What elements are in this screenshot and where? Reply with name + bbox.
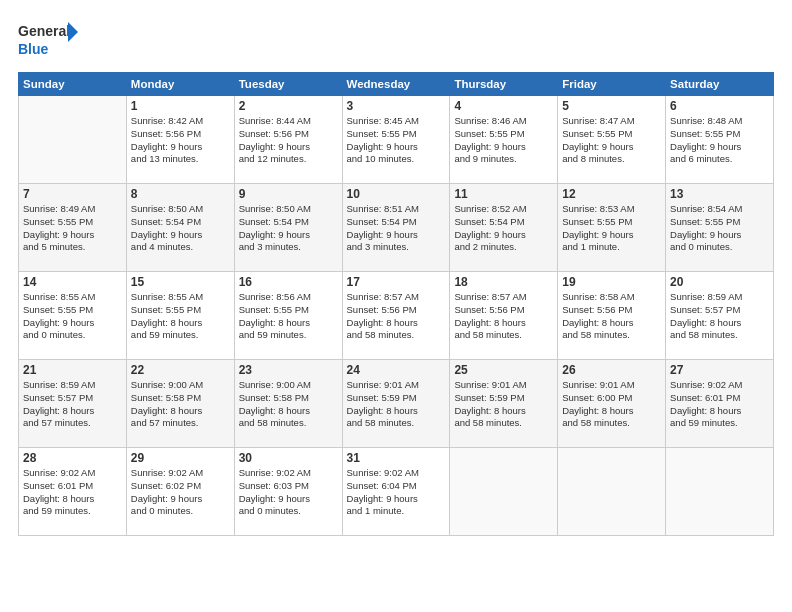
calendar-week-row: 7Sunrise: 8:49 AM Sunset: 5:55 PM Daylig…: [19, 184, 774, 272]
day-number: 3: [347, 99, 446, 113]
day-number: 16: [239, 275, 338, 289]
day-number: 11: [454, 187, 553, 201]
day-info: Sunrise: 9:00 AM Sunset: 5:58 PM Dayligh…: [239, 379, 338, 430]
day-number: 31: [347, 451, 446, 465]
day-info: Sunrise: 8:56 AM Sunset: 5:55 PM Dayligh…: [239, 291, 338, 342]
calendar-cell: 17Sunrise: 8:57 AM Sunset: 5:56 PM Dayli…: [342, 272, 450, 360]
svg-text:Blue: Blue: [18, 41, 49, 57]
weekday-header: Tuesday: [234, 73, 342, 96]
calendar-cell: 8Sunrise: 8:50 AM Sunset: 5:54 PM Daylig…: [126, 184, 234, 272]
day-number: 7: [23, 187, 122, 201]
weekday-header: Sunday: [19, 73, 127, 96]
calendar-cell: [450, 448, 558, 536]
calendar-cell: [19, 96, 127, 184]
day-info: Sunrise: 8:55 AM Sunset: 5:55 PM Dayligh…: [131, 291, 230, 342]
day-number: 10: [347, 187, 446, 201]
day-number: 2: [239, 99, 338, 113]
day-info: Sunrise: 8:47 AM Sunset: 5:55 PM Dayligh…: [562, 115, 661, 166]
calendar-cell: 14Sunrise: 8:55 AM Sunset: 5:55 PM Dayli…: [19, 272, 127, 360]
calendar-cell: 29Sunrise: 9:02 AM Sunset: 6:02 PM Dayli…: [126, 448, 234, 536]
day-number: 9: [239, 187, 338, 201]
day-number: 23: [239, 363, 338, 377]
day-info: Sunrise: 8:48 AM Sunset: 5:55 PM Dayligh…: [670, 115, 769, 166]
day-number: 1: [131, 99, 230, 113]
weekday-header: Friday: [558, 73, 666, 96]
day-info: Sunrise: 8:49 AM Sunset: 5:55 PM Dayligh…: [23, 203, 122, 254]
day-number: 13: [670, 187, 769, 201]
day-number: 28: [23, 451, 122, 465]
calendar-week-row: 21Sunrise: 8:59 AM Sunset: 5:57 PM Dayli…: [19, 360, 774, 448]
day-info: Sunrise: 8:45 AM Sunset: 5:55 PM Dayligh…: [347, 115, 446, 166]
day-number: 17: [347, 275, 446, 289]
day-info: Sunrise: 8:52 AM Sunset: 5:54 PM Dayligh…: [454, 203, 553, 254]
svg-text:General: General: [18, 23, 70, 39]
day-number: 30: [239, 451, 338, 465]
header: General Blue: [18, 18, 774, 62]
svg-marker-2: [68, 22, 78, 42]
calendar-cell: 19Sunrise: 8:58 AM Sunset: 5:56 PM Dayli…: [558, 272, 666, 360]
calendar-table: SundayMondayTuesdayWednesdayThursdayFrid…: [18, 72, 774, 536]
day-info: Sunrise: 9:01 AM Sunset: 5:59 PM Dayligh…: [454, 379, 553, 430]
weekday-header: Monday: [126, 73, 234, 96]
calendar-cell: 7Sunrise: 8:49 AM Sunset: 5:55 PM Daylig…: [19, 184, 127, 272]
day-number: 15: [131, 275, 230, 289]
day-info: Sunrise: 8:55 AM Sunset: 5:55 PM Dayligh…: [23, 291, 122, 342]
day-info: Sunrise: 9:02 AM Sunset: 6:01 PM Dayligh…: [23, 467, 122, 518]
day-info: Sunrise: 8:57 AM Sunset: 5:56 PM Dayligh…: [454, 291, 553, 342]
calendar-cell: 11Sunrise: 8:52 AM Sunset: 5:54 PM Dayli…: [450, 184, 558, 272]
calendar-cell: 31Sunrise: 9:02 AM Sunset: 6:04 PM Dayli…: [342, 448, 450, 536]
logo-svg: General Blue: [18, 18, 78, 62]
calendar-cell: 23Sunrise: 9:00 AM Sunset: 5:58 PM Dayli…: [234, 360, 342, 448]
calendar-cell: 16Sunrise: 8:56 AM Sunset: 5:55 PM Dayli…: [234, 272, 342, 360]
calendar-cell: 10Sunrise: 8:51 AM Sunset: 5:54 PM Dayli…: [342, 184, 450, 272]
day-info: Sunrise: 9:02 AM Sunset: 6:04 PM Dayligh…: [347, 467, 446, 518]
day-number: 26: [562, 363, 661, 377]
calendar-cell: 27Sunrise: 9:02 AM Sunset: 6:01 PM Dayli…: [666, 360, 774, 448]
calendar-cell: 1Sunrise: 8:42 AM Sunset: 5:56 PM Daylig…: [126, 96, 234, 184]
calendar-cell: 9Sunrise: 8:50 AM Sunset: 5:54 PM Daylig…: [234, 184, 342, 272]
calendar-cell: 5Sunrise: 8:47 AM Sunset: 5:55 PM Daylig…: [558, 96, 666, 184]
calendar-cell: 22Sunrise: 9:00 AM Sunset: 5:58 PM Dayli…: [126, 360, 234, 448]
calendar-cell: 15Sunrise: 8:55 AM Sunset: 5:55 PM Dayli…: [126, 272, 234, 360]
calendar-cell: 30Sunrise: 9:02 AM Sunset: 6:03 PM Dayli…: [234, 448, 342, 536]
day-info: Sunrise: 8:54 AM Sunset: 5:55 PM Dayligh…: [670, 203, 769, 254]
calendar-week-row: 14Sunrise: 8:55 AM Sunset: 5:55 PM Dayli…: [19, 272, 774, 360]
calendar-week-row: 28Sunrise: 9:02 AM Sunset: 6:01 PM Dayli…: [19, 448, 774, 536]
day-number: 6: [670, 99, 769, 113]
day-number: 8: [131, 187, 230, 201]
calendar-cell: 2Sunrise: 8:44 AM Sunset: 5:56 PM Daylig…: [234, 96, 342, 184]
calendar-cell: 18Sunrise: 8:57 AM Sunset: 5:56 PM Dayli…: [450, 272, 558, 360]
calendar-cell: [666, 448, 774, 536]
calendar-week-row: 1Sunrise: 8:42 AM Sunset: 5:56 PM Daylig…: [19, 96, 774, 184]
weekday-header: Saturday: [666, 73, 774, 96]
day-number: 4: [454, 99, 553, 113]
day-info: Sunrise: 8:57 AM Sunset: 5:56 PM Dayligh…: [347, 291, 446, 342]
day-info: Sunrise: 8:46 AM Sunset: 5:55 PM Dayligh…: [454, 115, 553, 166]
calendar-cell: 24Sunrise: 9:01 AM Sunset: 5:59 PM Dayli…: [342, 360, 450, 448]
day-info: Sunrise: 8:42 AM Sunset: 5:56 PM Dayligh…: [131, 115, 230, 166]
day-number: 12: [562, 187, 661, 201]
calendar-cell: 6Sunrise: 8:48 AM Sunset: 5:55 PM Daylig…: [666, 96, 774, 184]
day-number: 5: [562, 99, 661, 113]
weekday-header: Wednesday: [342, 73, 450, 96]
logo: General Blue: [18, 18, 78, 62]
calendar-cell: 13Sunrise: 8:54 AM Sunset: 5:55 PM Dayli…: [666, 184, 774, 272]
day-number: 18: [454, 275, 553, 289]
day-number: 21: [23, 363, 122, 377]
day-info: Sunrise: 8:50 AM Sunset: 5:54 PM Dayligh…: [131, 203, 230, 254]
day-info: Sunrise: 9:02 AM Sunset: 6:03 PM Dayligh…: [239, 467, 338, 518]
calendar-cell: 28Sunrise: 9:02 AM Sunset: 6:01 PM Dayli…: [19, 448, 127, 536]
page: General Blue SundayMondayTuesdayWednesda…: [0, 0, 792, 612]
day-info: Sunrise: 8:50 AM Sunset: 5:54 PM Dayligh…: [239, 203, 338, 254]
calendar-cell: 25Sunrise: 9:01 AM Sunset: 5:59 PM Dayli…: [450, 360, 558, 448]
day-info: Sunrise: 9:02 AM Sunset: 6:01 PM Dayligh…: [670, 379, 769, 430]
day-info: Sunrise: 9:01 AM Sunset: 5:59 PM Dayligh…: [347, 379, 446, 430]
day-number: 29: [131, 451, 230, 465]
calendar-cell: 4Sunrise: 8:46 AM Sunset: 5:55 PM Daylig…: [450, 96, 558, 184]
day-info: Sunrise: 8:58 AM Sunset: 5:56 PM Dayligh…: [562, 291, 661, 342]
day-info: Sunrise: 8:59 AM Sunset: 5:57 PM Dayligh…: [670, 291, 769, 342]
calendar-cell: 26Sunrise: 9:01 AM Sunset: 6:00 PM Dayli…: [558, 360, 666, 448]
day-number: 14: [23, 275, 122, 289]
calendar-cell: 21Sunrise: 8:59 AM Sunset: 5:57 PM Dayli…: [19, 360, 127, 448]
day-info: Sunrise: 9:02 AM Sunset: 6:02 PM Dayligh…: [131, 467, 230, 518]
